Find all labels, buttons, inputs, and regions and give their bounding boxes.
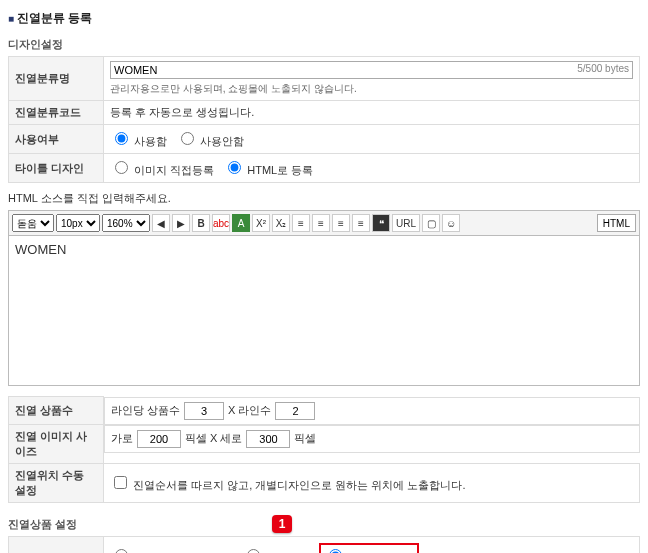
align-left-icon[interactable]: ≡ bbox=[292, 214, 310, 232]
method-form-table: 상품 지정 방식 1 2 3 자동지정(전체 상품) 상품선택 상품분류선택 상… bbox=[8, 536, 640, 553]
html-source-button[interactable]: HTML bbox=[597, 214, 636, 232]
use-no-radio[interactable]: 사용안함 bbox=[176, 135, 244, 147]
display-section-title: 진열상품 설정 bbox=[8, 517, 640, 532]
bold-icon[interactable]: B bbox=[192, 214, 210, 232]
name-bytes: 5/500 bytes bbox=[577, 63, 629, 74]
subscript-icon[interactable]: X₂ bbox=[272, 214, 290, 232]
zoom-select[interactable]: 160% bbox=[102, 214, 150, 232]
count-prefix: 라인당 상품수 bbox=[111, 403, 180, 418]
size-label: 진열 이미지 사이즈 bbox=[9, 425, 104, 464]
width-input[interactable] bbox=[137, 430, 181, 448]
size-px2: 픽셀 bbox=[294, 431, 316, 446]
name-label: 진열분류명 bbox=[9, 57, 104, 101]
design-form-table: 진열분류명 5/500 bytes 관리자용으로만 사용되며, 쇼핑몰에 노출되… bbox=[8, 56, 640, 183]
badge-1: 1 bbox=[272, 515, 292, 533]
url-icon[interactable]: URL bbox=[392, 214, 420, 232]
next-icon[interactable]: ▶ bbox=[172, 214, 190, 232]
title-design-img-radio[interactable]: 이미지 직접등록 bbox=[110, 164, 214, 176]
per-line-input[interactable] bbox=[184, 402, 224, 420]
name-input[interactable] bbox=[110, 61, 633, 79]
design-section-title: 디자인설정 bbox=[8, 37, 640, 52]
use-yes-radio[interactable]: 사용함 bbox=[110, 135, 167, 147]
name-hint: 관리자용으로만 사용되며, 쇼핑몰에 노출되지 않습니다. bbox=[110, 82, 633, 96]
count-mid: X 라인수 bbox=[228, 403, 271, 418]
bg-color-icon[interactable]: A bbox=[232, 214, 250, 232]
title-design-label: 타이틀 디자인 bbox=[9, 154, 104, 183]
image-icon[interactable]: ▢ bbox=[422, 214, 440, 232]
html-note: HTML 소스를 직접 입력해주세요. bbox=[8, 191, 640, 206]
align-justify-icon[interactable]: ≡ bbox=[352, 214, 370, 232]
method-label: 상품 지정 방식 bbox=[9, 537, 104, 554]
align-right-icon[interactable]: ≡ bbox=[332, 214, 350, 232]
count-label: 진열 상품수 bbox=[9, 397, 104, 425]
code-hint: 등록 후 자동으로 생성됩니다. bbox=[110, 106, 254, 118]
align-center-icon[interactable]: ≡ bbox=[312, 214, 330, 232]
editor-toolbar: 돋움 10px 160% ◀ ▶ B abc A X² X₂ ≡ ≡ ≡ ≡ ❝… bbox=[8, 210, 640, 236]
editor-body[interactable]: WOMEN bbox=[8, 236, 640, 386]
height-input[interactable] bbox=[246, 430, 290, 448]
prev-icon[interactable]: ◀ bbox=[152, 214, 170, 232]
use-label: 사용여부 bbox=[9, 125, 104, 154]
page-title: 진열분류 등록 bbox=[8, 10, 640, 27]
size-w-label: 가로 bbox=[111, 431, 133, 446]
lines-input[interactable] bbox=[275, 402, 315, 420]
font-size-select[interactable]: 10px bbox=[56, 214, 100, 232]
display-form-table: 진열 상품수 라인당 상품수 X 라인수 진열 이미지 사이즈 가로 픽셀 X … bbox=[8, 396, 640, 503]
quote-icon[interactable]: ❝ bbox=[372, 214, 390, 232]
manual-label: 진열위치 수동 설정 bbox=[9, 464, 104, 503]
font-family-select[interactable]: 돋움 bbox=[12, 214, 54, 232]
code-label: 진열분류코드 bbox=[9, 101, 104, 125]
title-design-html-radio[interactable]: HTML로 등록 bbox=[223, 164, 313, 176]
text-color-icon[interactable]: abc bbox=[212, 214, 230, 232]
size-px1: 픽셀 X 세로 bbox=[185, 431, 242, 446]
manual-checkbox[interactable]: 진열순서를 따르지 않고, 개별디자인으로 원하는 위치에 노출합니다. bbox=[110, 479, 466, 491]
emoji-icon[interactable]: ☺ bbox=[442, 214, 460, 232]
superscript-icon[interactable]: X² bbox=[252, 214, 270, 232]
